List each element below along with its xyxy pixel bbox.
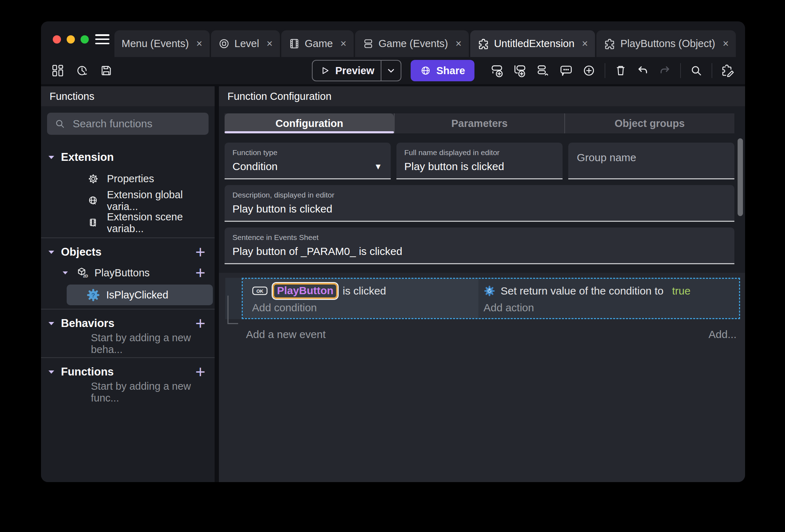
conditions-column: OK PlayButton is clicked Add condition: [243, 279, 478, 318]
close-tab-icon[interactable]: ×: [723, 38, 729, 50]
section-divider: [41, 357, 215, 358]
tab-object-groups[interactable]: Object groups: [564, 113, 734, 133]
add-other-events-icon[interactable]: [536, 63, 550, 78]
undo-icon[interactable]: [636, 64, 650, 77]
search-input[interactable]: [72, 117, 211, 130]
condition-item[interactable]: OK PlayButton is clicked: [252, 282, 478, 300]
section-behaviors[interactable]: Behaviors +: [41, 313, 215, 334]
add-action-button[interactable]: Add action: [483, 302, 739, 314]
add-circle-icon[interactable]: [582, 63, 596, 78]
add-event-icon[interactable]: [491, 63, 505, 78]
tab-label: PlayButtons (Object): [620, 38, 715, 50]
add-behavior-button[interactable]: +: [195, 315, 205, 332]
window-controls: [53, 35, 89, 44]
sidebar-item-extension-scene-variables[interactable]: Extension scene variab...: [41, 212, 215, 234]
tab-parameters[interactable]: Parameters: [394, 113, 564, 133]
add-subevent-icon[interactable]: [513, 63, 528, 78]
section-divider: [41, 237, 215, 238]
preview-dropdown[interactable]: [381, 61, 401, 81]
section-objects[interactable]: Objects +: [41, 242, 215, 262]
section-functions[interactable]: Functions +: [41, 362, 215, 382]
sidebar-item-playbuttons[interactable]: 2D PlayButtons +: [41, 262, 215, 283]
full-name-field[interactable]: Full name displayed in editor Play butto…: [396, 143, 563, 179]
section-label: Objects: [61, 246, 102, 259]
sidebar-item-isplayclicked[interactable]: ? IsPlayClicked: [67, 285, 213, 305]
field-label: Function type: [232, 148, 383, 157]
scene-variable-icon: [87, 217, 99, 229]
vertical-scrollbar[interactable]: [738, 138, 743, 216]
project-manager-icon[interactable]: [51, 64, 65, 77]
events-sheet-icon: [362, 38, 374, 50]
add-comment-icon[interactable]: [559, 63, 573, 78]
tab-configuration[interactable]: Configuration: [225, 113, 394, 133]
page-title: Function Configuration: [227, 91, 332, 102]
sentence-field[interactable]: Sentence in Events Sheet Play button of …: [225, 227, 734, 264]
share-button[interactable]: Share: [411, 60, 474, 81]
share-label: Share: [436, 65, 465, 77]
zoom-window-button[interactable]: [81, 35, 89, 44]
tab-label: Menu (Events): [122, 38, 189, 50]
action-item[interactable]: Set return value of the condition to tru…: [483, 282, 739, 300]
close-window-button[interactable]: [53, 35, 61, 44]
action-value: true: [672, 285, 691, 297]
select-caret-icon[interactable]: ▼: [374, 162, 383, 172]
add-object-function-button[interactable]: +: [195, 264, 205, 281]
group-name-input[interactable]: [576, 151, 727, 164]
minimize-window-button[interactable]: [67, 35, 75, 44]
selected-event[interactable]: OK PlayButton is clicked Add condition S…: [242, 278, 740, 319]
close-tab-icon[interactable]: ×: [267, 38, 273, 50]
ok-button-icon: OK: [252, 286, 268, 296]
close-tab-icon[interactable]: ×: [196, 38, 202, 50]
sidebar-item-extension-global-variables[interactable]: Extension global varia...: [41, 190, 215, 212]
redo-icon[interactable]: [658, 64, 672, 77]
field-value: Play button of _PARAM0_ is clicked: [232, 245, 402, 257]
tab-level[interactable]: Level ×: [211, 30, 280, 57]
sidebar-item-properties[interactable]: Properties: [41, 168, 215, 190]
toolbar-divider: [680, 63, 681, 78]
edit-extension-icon[interactable]: [721, 63, 735, 78]
description-field[interactable]: Description, displayed in editor Play bu…: [225, 185, 734, 222]
add-new-event-button[interactable]: Add a new event: [246, 328, 326, 341]
add-object-button[interactable]: +: [195, 244, 205, 261]
sidebar-title: Functions: [50, 91, 94, 102]
tab-playbuttons-object[interactable]: PlayButtons (Object) ×: [596, 30, 736, 57]
add-function-button[interactable]: +: [195, 363, 205, 380]
tab-bar: Menu (Events) × Level × Game × Game (Eve…: [41, 21, 745, 57]
close-tab-icon[interactable]: ×: [456, 38, 462, 50]
chevron-down-icon: [47, 248, 55, 256]
section-divider: [41, 309, 215, 310]
close-tab-icon[interactable]: ×: [582, 38, 588, 50]
save-icon[interactable]: [99, 64, 113, 77]
event-row[interactable]: OK PlayButton is clicked Add condition S…: [225, 278, 740, 319]
sidebar-header: Functions: [41, 86, 215, 106]
tab-menu-events[interactable]: Menu (Events) ×: [114, 30, 210, 57]
close-tab-icon[interactable]: ×: [340, 38, 347, 50]
search-box[interactable]: [47, 113, 209, 135]
tab-game[interactable]: Game ×: [281, 30, 354, 57]
functions-empty-hint[interactable]: Start by adding a new func...: [41, 382, 215, 402]
add-more-button[interactable]: Add...: [709, 328, 737, 341]
behaviors-empty-hint[interactable]: Start by adding a new beha...: [41, 334, 215, 354]
main-menu-icon[interactable]: [95, 34, 109, 44]
trash-icon[interactable]: [614, 64, 627, 77]
function-type-select[interactable]: Function type Condition ▼: [225, 143, 391, 179]
history-icon[interactable]: [75, 64, 89, 77]
field-label: Full name displayed in editor: [404, 148, 555, 157]
group-name-field[interactable]: [568, 143, 734, 179]
preview-button[interactable]: Preview: [312, 60, 401, 81]
main-header: Function Configuration: [219, 86, 745, 106]
object-chip[interactable]: PlayButton: [273, 283, 338, 299]
section-label: Functions: [61, 365, 114, 378]
chevron-down-icon: [387, 66, 395, 75]
function-question-icon: ?: [87, 288, 100, 302]
events-sheet: OK PlayButton is clicked Add condition S…: [219, 273, 745, 482]
content-area: Functions Extension: [41, 84, 745, 482]
section-label: Extension: [61, 151, 114, 164]
search-icon[interactable]: [689, 64, 703, 77]
tab-untitled-extension[interactable]: UntitledExtension ×: [470, 30, 595, 57]
section-extension[interactable]: Extension: [41, 147, 215, 168]
tab-game-events[interactable]: Game (Events) ×: [355, 30, 469, 57]
preview-main[interactable]: Preview: [312, 61, 381, 81]
add-condition-button[interactable]: Add condition: [252, 302, 478, 314]
section-label: Behaviors: [61, 317, 114, 330]
